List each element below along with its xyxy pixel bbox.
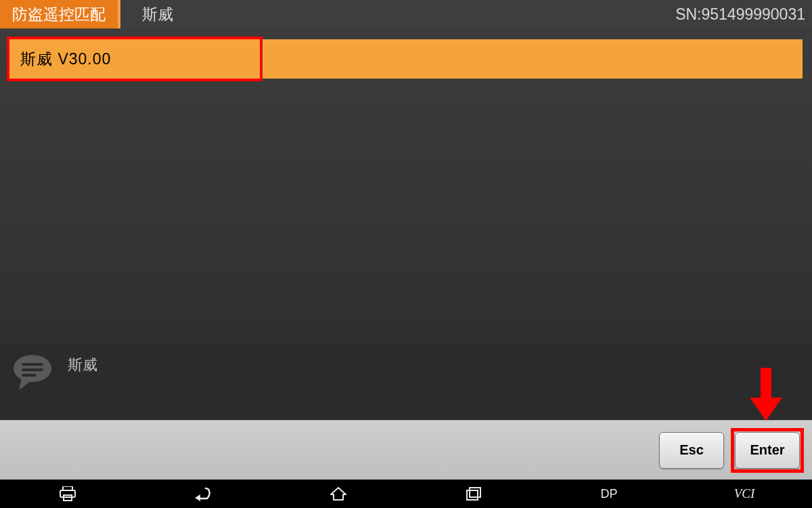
vci-label: VCI (734, 486, 755, 501)
recent-icon (466, 486, 482, 501)
svg-rect-4 (22, 374, 37, 377)
header-tab-label: 防盗遥控匹配 (12, 4, 106, 25)
print-icon (59, 486, 76, 501)
status-text: 斯威 (68, 354, 97, 375)
home-icon (330, 486, 347, 501)
svg-rect-3 (22, 368, 43, 371)
nav-print[interactable] (27, 480, 108, 508)
enter-button-wrap: Enter (735, 432, 800, 469)
enter-button[interactable]: Enter (735, 432, 800, 469)
app-screen: 防盗遥控匹配 斯威 SN:951499990031 斯威 V30.00 斯威 (0, 0, 812, 508)
header-tab[interactable]: 防盗遥控匹配 (0, 0, 118, 28)
back-icon (194, 486, 212, 501)
svg-marker-9 (331, 488, 346, 500)
header-brand-label: 斯威 (118, 4, 173, 25)
status-strip: 斯威 (0, 344, 812, 420)
bottom-nav: DP VCI (0, 480, 812, 508)
chat-icon (12, 354, 55, 391)
nav-vci[interactable]: VCI (704, 480, 785, 508)
menu-list: 斯威 V30.00 (0, 28, 812, 344)
svg-rect-11 (470, 488, 480, 497)
svg-marker-8 (195, 494, 200, 501)
svg-rect-10 (467, 490, 478, 500)
list-item-label: 斯威 V30.00 (12, 49, 111, 70)
esc-button[interactable]: Esc (659, 432, 724, 469)
nav-home[interactable] (298, 480, 379, 508)
button-bar: Esc Enter (0, 420, 812, 480)
dp-label: DP (600, 487, 617, 501)
svg-rect-6 (60, 490, 75, 497)
nav-dp[interactable]: DP (568, 480, 650, 508)
list-item[interactable]: 斯威 V30.00 (9, 39, 803, 79)
nav-back[interactable] (162, 480, 244, 508)
list-row-wrap: 斯威 V30.00 (9, 39, 803, 79)
header-sn-label: SN:951499990031 (675, 5, 812, 24)
header-bar: 防盗遥控匹配 斯威 SN:951499990031 (0, 0, 812, 28)
svg-rect-2 (22, 363, 43, 366)
nav-recent[interactable] (433, 480, 514, 508)
